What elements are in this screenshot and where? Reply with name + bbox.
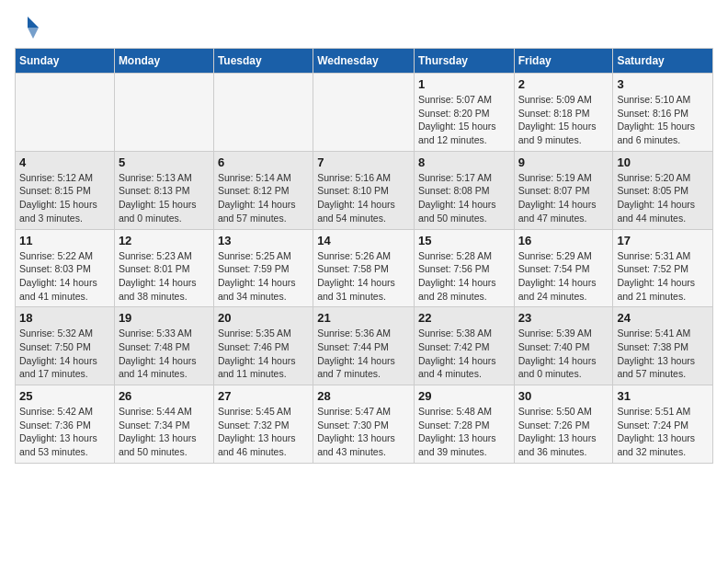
day-info: Sunrise: 5:31 AM Sunset: 7:52 PM Dayligh… [617,249,709,304]
day-number: 2 [518,77,609,91]
col-header-wednesday: Wednesday [313,49,415,74]
day-info: Sunrise: 5:07 AM Sunset: 8:20 PM Dayligh… [418,93,510,147]
calendar-week-4: 18Sunrise: 5:32 AM Sunset: 7:50 PM Dayli… [16,307,713,385]
day-info: Sunrise: 5:17 AM Sunset: 8:08 PM Dayligh… [418,171,510,225]
day-info: Sunrise: 5:44 AM Sunset: 7:34 PM Dayligh… [119,405,210,459]
day-number: 13 [218,234,309,247]
day-number: 3 [617,77,709,91]
day-info: Sunrise: 5:13 AM Sunset: 8:13 PM Dayligh… [119,171,210,225]
calendar-cell: 2Sunrise: 5:09 AM Sunset: 8:18 PM Daylig… [514,74,613,152]
day-number: 25 [19,389,110,403]
calendar-cell: 5Sunrise: 5:13 AM Sunset: 8:13 PM Daylig… [114,151,213,229]
col-header-tuesday: Tuesday [213,49,313,74]
calendar-cell [213,74,313,152]
calendar-cell [114,74,213,152]
day-number: 22 [418,311,510,325]
day-info: Sunrise: 5:20 AM Sunset: 8:05 PM Dayligh… [617,171,709,225]
day-info: Sunrise: 5:36 AM Sunset: 7:44 PM Dayligh… [317,327,410,381]
calendar-cell: 12Sunrise: 5:23 AM Sunset: 8:01 PM Dayli… [114,229,213,307]
calendar-cell: 11Sunrise: 5:22 AM Sunset: 8:03 PM Dayli… [16,229,115,307]
day-info: Sunrise: 5:19 AM Sunset: 8:07 PM Dayligh… [518,171,609,225]
day-number: 4 [19,155,110,169]
day-number: 8 [418,155,510,169]
logo-icon [15,15,40,40]
calendar-cell: 22Sunrise: 5:38 AM Sunset: 7:42 PM Dayli… [414,307,514,385]
day-info: Sunrise: 5:45 AM Sunset: 7:32 PM Dayligh… [218,405,309,459]
day-info: Sunrise: 5:12 AM Sunset: 8:15 PM Dayligh… [19,171,110,225]
calendar-cell: 16Sunrise: 5:29 AM Sunset: 7:54 PM Dayli… [514,229,613,307]
calendar-week-3: 11Sunrise: 5:22 AM Sunset: 8:03 PM Dayli… [16,229,713,307]
calendar-cell [16,74,115,152]
day-info: Sunrise: 5:42 AM Sunset: 7:36 PM Dayligh… [19,405,110,459]
day-info: Sunrise: 5:38 AM Sunset: 7:42 PM Dayligh… [418,327,510,381]
day-info: Sunrise: 5:10 AM Sunset: 8:16 PM Dayligh… [617,93,709,147]
calendar-cell: 4Sunrise: 5:12 AM Sunset: 8:15 PM Daylig… [16,151,115,229]
day-number: 18 [19,311,110,325]
col-header-saturday: Saturday [613,49,713,74]
calendar-cell: 23Sunrise: 5:39 AM Sunset: 7:40 PM Dayli… [514,307,613,385]
calendar-week-1: 1Sunrise: 5:07 AM Sunset: 8:20 PM Daylig… [16,74,713,152]
day-info: Sunrise: 5:22 AM Sunset: 8:03 PM Dayligh… [19,249,110,304]
logo [15,15,44,40]
day-number: 20 [218,311,309,325]
day-number: 15 [418,234,510,247]
day-number: 14 [317,234,410,247]
day-number: 29 [418,389,510,403]
calendar-cell: 14Sunrise: 5:26 AM Sunset: 7:58 PM Dayli… [313,229,415,307]
day-info: Sunrise: 5:32 AM Sunset: 7:50 PM Dayligh… [19,327,110,381]
day-number: 1 [418,77,510,91]
calendar-cell: 25Sunrise: 5:42 AM Sunset: 7:36 PM Dayli… [16,385,115,464]
day-info: Sunrise: 5:33 AM Sunset: 7:48 PM Dayligh… [119,327,210,381]
col-header-thursday: Thursday [414,49,514,74]
calendar-cell: 17Sunrise: 5:31 AM Sunset: 7:52 PM Dayli… [613,229,713,307]
day-info: Sunrise: 5:28 AM Sunset: 7:56 PM Dayligh… [418,249,510,304]
calendar-cell: 10Sunrise: 5:20 AM Sunset: 8:05 PM Dayli… [613,151,713,229]
day-number: 24 [617,311,709,325]
day-info: Sunrise: 5:51 AM Sunset: 7:24 PM Dayligh… [617,405,709,459]
day-info: Sunrise: 5:23 AM Sunset: 8:01 PM Dayligh… [119,249,210,304]
calendar-cell: 3Sunrise: 5:10 AM Sunset: 8:16 PM Daylig… [613,74,713,152]
calendar-cell: 18Sunrise: 5:32 AM Sunset: 7:50 PM Dayli… [16,307,115,385]
calendar-cell: 26Sunrise: 5:44 AM Sunset: 7:34 PM Dayli… [114,385,213,464]
calendar-cell: 6Sunrise: 5:14 AM Sunset: 8:12 PM Daylig… [213,151,313,229]
day-info: Sunrise: 5:14 AM Sunset: 8:12 PM Dayligh… [218,171,309,225]
day-number: 11 [19,234,110,247]
day-info: Sunrise: 5:50 AM Sunset: 7:26 PM Dayligh… [518,405,609,459]
day-number: 19 [119,311,210,325]
day-info: Sunrise: 5:48 AM Sunset: 7:28 PM Dayligh… [418,405,510,459]
calendar-cell: 30Sunrise: 5:50 AM Sunset: 7:26 PM Dayli… [514,385,613,464]
day-info: Sunrise: 5:09 AM Sunset: 8:18 PM Dayligh… [518,93,609,147]
calendar-cell: 21Sunrise: 5:36 AM Sunset: 7:44 PM Dayli… [313,307,415,385]
col-header-friday: Friday [514,49,613,74]
calendar-cell: 8Sunrise: 5:17 AM Sunset: 8:08 PM Daylig… [414,151,514,229]
day-number: 31 [617,389,709,403]
day-number: 17 [617,234,709,247]
col-header-monday: Monday [114,49,213,74]
day-number: 6 [218,155,309,169]
day-number: 30 [518,389,609,403]
day-info: Sunrise: 5:41 AM Sunset: 7:38 PM Dayligh… [617,327,709,381]
calendar-table: SundayMondayTuesdayWednesdayThursdayFrid… [15,48,713,464]
calendar-cell: 20Sunrise: 5:35 AM Sunset: 7:46 PM Dayli… [213,307,313,385]
calendar-cell: 19Sunrise: 5:33 AM Sunset: 7:48 PM Dayli… [114,307,213,385]
svg-marker-0 [28,17,39,28]
calendar-cell: 7Sunrise: 5:16 AM Sunset: 8:10 PM Daylig… [313,151,415,229]
day-info: Sunrise: 5:16 AM Sunset: 8:10 PM Dayligh… [317,171,410,225]
day-info: Sunrise: 5:47 AM Sunset: 7:30 PM Dayligh… [317,405,410,459]
calendar-cell: 28Sunrise: 5:47 AM Sunset: 7:30 PM Dayli… [313,385,415,464]
calendar-cell [313,74,415,152]
day-number: 16 [518,234,609,247]
day-number: 12 [119,234,210,247]
svg-marker-1 [28,28,39,39]
calendar-cell: 29Sunrise: 5:48 AM Sunset: 7:28 PM Dayli… [414,385,514,464]
day-info: Sunrise: 5:35 AM Sunset: 7:46 PM Dayligh… [218,327,309,381]
col-header-sunday: Sunday [16,49,115,74]
day-number: 7 [317,155,410,169]
day-info: Sunrise: 5:26 AM Sunset: 7:58 PM Dayligh… [317,249,410,304]
day-number: 26 [119,389,210,403]
calendar-cell: 24Sunrise: 5:41 AM Sunset: 7:38 PM Dayli… [613,307,713,385]
page-header [15,15,713,40]
calendar-cell: 9Sunrise: 5:19 AM Sunset: 8:07 PM Daylig… [514,151,613,229]
day-number: 21 [317,311,410,325]
calendar-cell: 27Sunrise: 5:45 AM Sunset: 7:32 PM Dayli… [213,385,313,464]
